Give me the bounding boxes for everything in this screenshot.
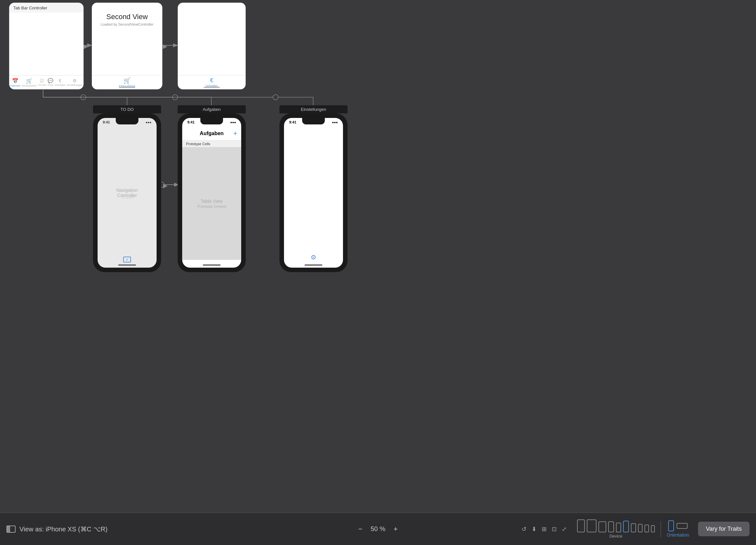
device-iphone-s3[interactable]: [644, 525, 649, 532]
device-ipad-medium[interactable]: [598, 521, 606, 532]
arrow-tab-to-second: ▶: [84, 43, 88, 50]
aufgaben-nav-title: Aufgaben: [200, 131, 224, 136]
orientation-portrait[interactable]: [668, 520, 674, 531]
download-icon[interactable]: ⬇: [530, 524, 538, 534]
tab-kalender: 📅 Kalender: [10, 78, 20, 87]
storyboard-canvas: Tab Bar Controller 📅 Kalender 🛒 Einkaufs…: [0, 0, 756, 513]
device-iphone-s4[interactable]: [651, 525, 655, 532]
todo-scene: TO DO 9:41 ●●● Navigation Controller ≡: [93, 105, 161, 272]
tab-einstellungen: ⚙ Einstellungen: [67, 78, 83, 87]
aufgaben-scene: Aufgaben 9:41 ●●● Aufgaben + Prototype C…: [178, 105, 246, 272]
vary-for-traits-button[interactable]: Vary for Traits: [698, 522, 750, 536]
add-button-icon[interactable]: +: [233, 129, 237, 138]
expand-icon[interactable]: ⤢: [561, 524, 568, 534]
orientation-section: Orientation: [667, 520, 689, 538]
second-view-title: Second View: [106, 13, 148, 21]
device-label: Device: [609, 534, 622, 539]
einstellungen-scene-label: Einstellungen: [279, 105, 348, 113]
tab-schulden: € Schulden: [55, 78, 65, 87]
orientation-landscape[interactable]: [677, 523, 688, 529]
zoom-in-button[interactable]: +: [391, 524, 400, 535]
arrow-todo-to-aufgaben: ▶: [163, 182, 168, 189]
fit-icon[interactable]: ⊡: [550, 524, 558, 534]
zoom-level-display: 50 %: [368, 525, 388, 533]
einstellungen-scene: Einstellungen 9:41 ●●● ⚙: [279, 105, 348, 272]
aufgaben-scene-label: Aufgaben: [178, 105, 246, 113]
view-as-label: View as: iPhone XS (⌘C ⌥R): [19, 525, 108, 533]
prototype-cells-label: Prototype Cells: [182, 141, 241, 148]
device-section: Device: [577, 519, 655, 539]
orientation-icons: [668, 520, 688, 531]
refresh-icon[interactable]: ↺: [520, 524, 528, 534]
device-iphone-xs[interactable]: [623, 521, 629, 532]
bottom-toolbar: View as: iPhone XS (⌘C ⌥R) − 50 % + ↺ ⬇ …: [0, 513, 756, 545]
grid-icon[interactable]: ⊞: [540, 524, 548, 534]
device-iphone-s1[interactable]: [631, 523, 636, 532]
toolbar-divider: [661, 521, 661, 537]
toolbar-left: View as: iPhone XS (⌘C ⌥R): [6, 525, 520, 533]
device-iphone-large[interactable]: [577, 519, 585, 532]
svg-point-2: [81, 95, 86, 100]
second-view-subtitle: Loaded by SecondViewController: [100, 22, 153, 26]
svg-point-3: [172, 95, 178, 100]
device-iphone-smaller[interactable]: [616, 523, 621, 532]
orientation-label: Orientation: [667, 532, 689, 538]
navigation-controller-label: Navigation Controller: [112, 188, 142, 198]
zoom-out-button[interactable]: −: [356, 524, 365, 535]
sidebar-toggle[interactable]: [6, 526, 16, 533]
device-iphone-medium[interactable]: [608, 521, 614, 532]
toolbar-zoom: − 50 % +: [356, 524, 400, 535]
third-view-controller: € Schulden: [178, 3, 246, 89]
tab-bar-controller-title: Tab Bar Controller: [13, 6, 47, 10]
tab-einkauf: 🛒 Einkaufsliste: [22, 78, 37, 87]
prototype-content-label: Prototype Content: [197, 205, 226, 208]
svg-point-4: [273, 95, 278, 100]
todo-scene-label: TO DO: [93, 105, 161, 113]
device-icons: [577, 519, 655, 532]
tab-todo: ☑ TO DO: [38, 78, 46, 87]
device-ipad-large[interactable]: [587, 519, 597, 532]
tab-chat: 💬 Chat: [48, 78, 53, 87]
device-iphone-s2[interactable]: [638, 524, 643, 532]
second-view-controller: Second View Loaded by SecondViewControll…: [92, 3, 162, 89]
arrow-second-to-third: ▶: [163, 43, 167, 50]
toolbar-right: ↺ ⬇ ⊞ ⊡ ⤢: [520, 519, 750, 539]
tab-bar-controller: Tab Bar Controller 📅 Kalender 🛒 Einkaufs…: [9, 3, 84, 89]
table-view-label: Table View: [201, 199, 222, 204]
